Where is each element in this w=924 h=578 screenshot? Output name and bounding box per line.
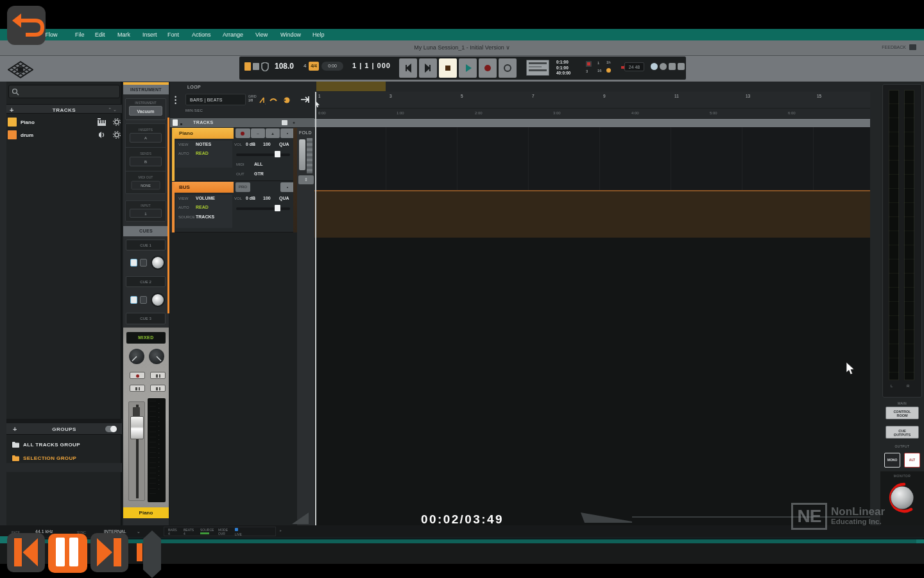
svg-text:,: , bbox=[265, 101, 266, 105]
